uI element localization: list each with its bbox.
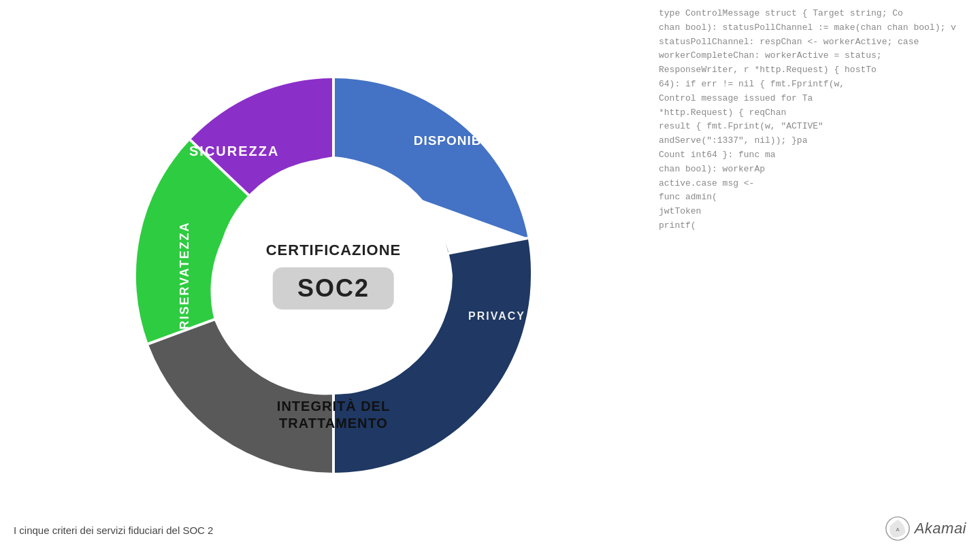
code-background: type ControlMessage struct { Target stri… — [653, 0, 980, 551]
main-content: SICUREZZA DISPONIBILITÀ PRIVACY INTEGRIT… — [0, 0, 667, 551]
akamai-text: Akamai — [915, 520, 966, 537]
akamai-icon: A — [885, 516, 911, 541]
akamai-logo: A Akamai — [885, 516, 966, 541]
caption: I cinque criteri dei servizi fiduciari d… — [14, 524, 213, 536]
certification-title: CERTIFICAZIONE — [266, 241, 402, 259]
donut-chart: SICUREZZA DISPONIBILITÀ PRIVACY INTEGRIT… — [122, 65, 544, 486]
certification-badge: SOC2 — [273, 267, 394, 310]
center-label: CERTIFICAZIONE SOC2 — [266, 241, 402, 310]
